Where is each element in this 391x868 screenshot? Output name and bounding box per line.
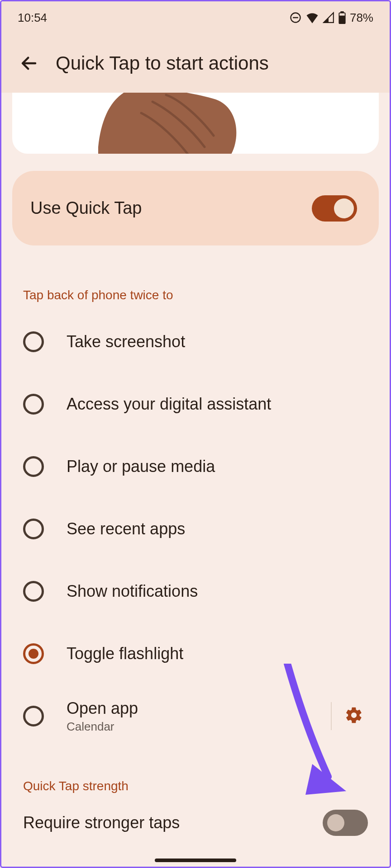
page-title: Quick Tap to start actions xyxy=(56,52,269,74)
radio-label: Play or pause media xyxy=(67,457,215,476)
divider xyxy=(331,702,332,730)
cell-signal-icon xyxy=(323,12,334,24)
open-app-settings-button[interactable] xyxy=(344,706,363,726)
radio-label: Access your digital assistant xyxy=(67,394,271,414)
radio-toggle-flashlight[interactable]: Toggle flashlight xyxy=(18,623,373,685)
switch-thumb xyxy=(334,198,354,218)
radio-label: Open app xyxy=(67,698,138,718)
radio-indicator xyxy=(23,394,44,415)
radio-digital-assistant[interactable]: Access your digital assistant xyxy=(18,373,373,435)
gear-icon xyxy=(344,706,363,725)
svg-rect-4 xyxy=(339,13,344,15)
back-button[interactable] xyxy=(18,52,40,75)
action-radio-list: Take screenshot Access your digital assi… xyxy=(1,311,390,747)
radio-label: Take screenshot xyxy=(67,332,185,351)
switch-thumb xyxy=(327,814,344,831)
radio-indicator xyxy=(23,706,44,726)
do-not-disturb-icon xyxy=(289,11,302,24)
strength-section-heading: Quick Tap strength xyxy=(23,779,390,793)
use-quick-tap-label: Use Quick Tap xyxy=(30,198,142,218)
back-arrow-icon xyxy=(19,54,38,73)
action-section-heading: Tap back of phone twice to xyxy=(23,288,390,302)
wifi-icon xyxy=(305,12,319,24)
use-quick-tap-switch[interactable] xyxy=(312,195,357,222)
hand-illustration xyxy=(98,93,261,154)
radio-label: Show notifications xyxy=(67,581,198,601)
status-icons: 78% xyxy=(289,11,373,25)
radio-play-pause-media[interactable]: Play or pause media xyxy=(18,435,373,498)
radio-take-screenshot[interactable]: Take screenshot xyxy=(18,311,373,373)
radio-sublabel: Calendar xyxy=(67,720,138,734)
use-quick-tap-row[interactable]: Use Quick Tap xyxy=(12,171,379,245)
require-stronger-taps-row[interactable]: Require stronger taps xyxy=(1,793,390,836)
radio-indicator xyxy=(23,331,44,352)
app-bar: Quick Tap to start actions xyxy=(1,34,390,93)
svg-rect-3 xyxy=(340,11,344,13)
radio-open-app[interactable]: Open app Calendar xyxy=(18,685,373,747)
radio-label: Toggle flashlight xyxy=(67,644,183,663)
radio-show-notifications[interactable]: Show notifications xyxy=(18,560,373,623)
radio-indicator xyxy=(23,456,44,477)
battery-percent: 78% xyxy=(350,11,373,25)
require-stronger-taps-label: Require stronger taps xyxy=(23,813,180,832)
radio-recent-apps[interactable]: See recent apps xyxy=(18,498,373,560)
illustration-card xyxy=(12,93,379,154)
radio-indicator xyxy=(23,519,44,539)
radio-indicator xyxy=(23,581,44,602)
status-time: 10:54 xyxy=(18,11,47,25)
require-stronger-taps-switch[interactable] xyxy=(323,810,368,836)
status-bar: 10:54 78% xyxy=(1,1,390,34)
radio-indicator-selected xyxy=(23,643,44,664)
battery-icon xyxy=(338,11,346,24)
radio-dot xyxy=(29,649,38,659)
radio-label: See recent apps xyxy=(67,519,185,538)
nav-handle[interactable] xyxy=(155,859,236,862)
